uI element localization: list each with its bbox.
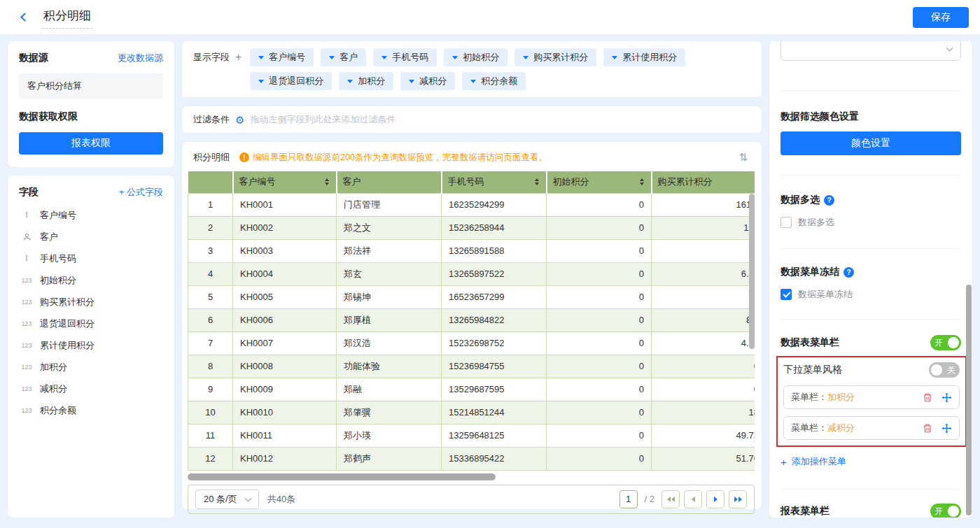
table-header-row: 客户编号客户手机号码初始积分购买累计积分: [188, 171, 755, 193]
chip-label: 累计使用积分: [622, 51, 677, 64]
multi-select-checkbox[interactable]: [780, 217, 792, 228]
settings-select[interactable]: [780, 41, 961, 61]
table-row[interactable]: 9KH0009郑融1352968759500: [188, 378, 755, 401]
display-field-chip[interactable]: 客户: [321, 48, 366, 66]
help-icon[interactable]: [824, 195, 834, 206]
field-item[interactable]: 客户: [19, 226, 163, 248]
field-item[interactable]: 123购买累计积分: [19, 291, 163, 313]
page-size-select[interactable]: 20 条/页: [195, 490, 259, 509]
horizontal-scrollbar[interactable]: [188, 473, 496, 480]
display-field-chip[interactable]: 客户编号: [250, 48, 314, 66]
display-field-chip[interactable]: 累计使用积分: [603, 48, 685, 66]
table-cell: 7: [188, 331, 233, 355]
field-item[interactable]: 123退货退回积分: [19, 313, 163, 334]
column-header[interactable]: 初始积分: [547, 171, 652, 193]
datasource-value[interactable]: 客户积分结算: [19, 73, 163, 99]
move-icon[interactable]: [941, 392, 952, 403]
table-row[interactable]: 10KH0010郑肇骥15214851244018: [188, 401, 755, 424]
add-display-field-button[interactable]: +: [235, 48, 241, 66]
help-icon[interactable]: [844, 267, 854, 278]
page-title: 积分明细: [42, 6, 92, 29]
menubar-item: 菜单栏：减积分: [783, 416, 960, 440]
filter-card: 过滤条件 ⚙ 拖动左侧字段到此处来添加过滤条件: [181, 106, 762, 134]
page-size-value: 20 条/页: [204, 493, 237, 506]
sort-icon[interactable]: [754, 177, 755, 187]
field-item[interactable]: 123加积分: [19, 356, 163, 378]
color-settings-button[interactable]: 颜色设置: [780, 131, 961, 155]
multi-select-option[interactable]: 数据多选: [780, 216, 961, 229]
table-cell: 15232698752: [442, 331, 547, 355]
display-field-chip[interactable]: 手机号码: [373, 48, 437, 66]
chip-label: 加积分: [358, 75, 385, 87]
table-row[interactable]: 4KH0004郑玄1326589752206.14: [188, 262, 755, 285]
sort-order-icon[interactable]: [733, 150, 753, 165]
chip-label: 积分余额: [481, 75, 517, 87]
field-item[interactable]: 123初始积分: [19, 269, 163, 291]
display-field-chip[interactable]: 减积分: [400, 72, 455, 90]
person-field-icon: [19, 232, 34, 241]
table-row[interactable]: 7KH0007郑汉浩1523269875204.12: [188, 331, 755, 355]
text-field-icon: I: [19, 253, 34, 264]
table-cell: 15236984755: [442, 355, 547, 378]
trash-icon[interactable]: [923, 423, 932, 434]
chevron-down-icon: [946, 45, 953, 52]
freeze-checkbox[interactable]: [780, 289, 792, 300]
field-item[interactable]: 123累计使用积分: [19, 334, 163, 356]
caret-down-icon: [523, 56, 528, 59]
field-item[interactable]: I手机号码: [19, 248, 163, 269]
column-header[interactable]: 手机号码: [442, 171, 547, 193]
gear-icon[interactable]: ⚙: [235, 115, 244, 125]
table-cell: 郑融: [337, 378, 442, 401]
table-cell: 功能体验: [337, 355, 442, 378]
display-field-chip[interactable]: 购买累计积分: [514, 48, 596, 66]
table-row[interactable]: 11KH0011郑小瑛13259648125049.72: [188, 424, 755, 447]
display-field-chip[interactable]: 积分余额: [462, 72, 526, 90]
display-field-chip[interactable]: 加积分: [339, 72, 393, 90]
field-item[interactable]: 123积分余额: [19, 399, 163, 421]
field-item[interactable]: I客户编号: [19, 204, 163, 226]
back-button[interactable]: [15, 8, 34, 27]
table-cell: 150: [652, 216, 755, 239]
table-row[interactable]: 6KH0006郑厚植1326598482208.3: [188, 308, 755, 331]
move-icon[interactable]: [941, 423, 952, 434]
table-cell: 13259648125: [442, 424, 547, 447]
next-page-button[interactable]: [706, 490, 724, 508]
table-row[interactable]: 1KH0001门店管理162352942990161.2: [188, 193, 755, 216]
double-right-arrow-icon: [738, 497, 742, 502]
sort-icon[interactable]: [638, 177, 645, 187]
prev-page-button[interactable]: [684, 490, 702, 508]
current-page-box[interactable]: 1: [620, 490, 638, 508]
column-header[interactable]: 客户编号: [233, 171, 337, 193]
trash-icon[interactable]: [923, 392, 932, 403]
display-field-chip[interactable]: 初始积分: [444, 48, 507, 66]
add-action-menu-link[interactable]: + 添加操作菜单: [780, 455, 961, 468]
vertical-scrollbar[interactable]: [966, 285, 972, 515]
table-row[interactable]: 3KH0003郑法祥1326589158800: [188, 239, 755, 262]
vertical-scrollbar[interactable]: [749, 194, 755, 349]
table-cell: 15236258944: [442, 216, 547, 239]
first-page-button[interactable]: [662, 490, 680, 508]
fields-card: 字段 + 公式字段 I客户编号客户I手机号码123初始积分123购买累计积分12…: [7, 175, 175, 518]
freeze-option[interactable]: 数据菜单冻结: [780, 288, 961, 301]
report-menubar-toggle[interactable]: 开: [930, 504, 961, 518]
field-label: 客户编号: [40, 209, 76, 222]
report-permission-button[interactable]: 报表权限: [19, 132, 163, 155]
table-cell: 0: [652, 285, 755, 308]
table-menubar-toggle[interactable]: 开: [930, 335, 961, 350]
change-datasource-link[interactable]: 更改数据源: [118, 52, 163, 64]
sort-icon[interactable]: [533, 177, 540, 187]
dropdown-style-toggle[interactable]: 关: [929, 362, 960, 378]
table-row[interactable]: 2KH0002郑之文152362589440150: [188, 216, 755, 239]
last-page-button[interactable]: [729, 490, 747, 508]
table-row[interactable]: 12KH0012郑鹤声15336895422051.76: [188, 447, 755, 470]
add-formula-field-link[interactable]: + 公式字段: [119, 186, 163, 199]
freeze-title: 数据菜单冻结: [780, 266, 961, 278]
table-row[interactable]: 8KH0008功能体验1523698475500: [188, 355, 755, 378]
column-header[interactable]: 购买累计积分: [652, 171, 755, 193]
save-button[interactable]: 保存: [913, 7, 969, 28]
display-field-chip[interactable]: 退货退回积分: [250, 72, 332, 90]
sort-icon[interactable]: [323, 177, 330, 187]
field-item[interactable]: 123减积分: [19, 378, 163, 399]
field-label: 初始积分: [40, 274, 76, 287]
table-row[interactable]: 5KH0005郑锡坤1652365729900: [188, 285, 755, 308]
